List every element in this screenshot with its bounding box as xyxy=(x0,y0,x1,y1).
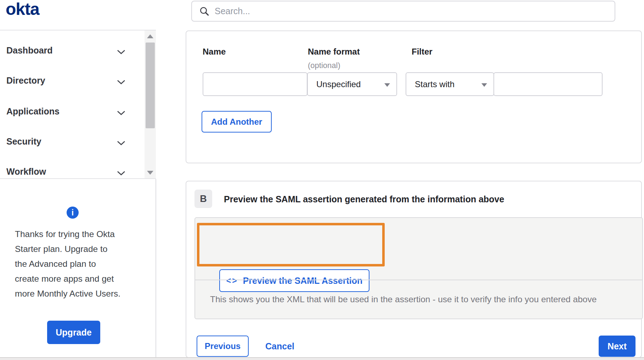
preview-note: This shows you the XML that will be used… xyxy=(210,294,597,304)
filter-condition-value: Starts with xyxy=(415,79,454,89)
preview-saml-assertion-button[interactable]: <> Preview the SAML Assertion xyxy=(219,269,369,292)
filter-value-input[interactable] xyxy=(493,72,603,96)
next-button[interactable]: Next xyxy=(599,336,635,357)
sidebar-item-label: Dashboard xyxy=(6,45,53,56)
preview-saml-card: B Preview the SAML assertion generated f… xyxy=(186,181,642,358)
preview-button-label: Preview the SAML Assertion xyxy=(243,276,363,286)
add-another-button[interactable]: Add Another xyxy=(202,111,272,133)
chevron-down-icon xyxy=(117,141,125,147)
chevron-down-icon xyxy=(117,171,125,177)
name-format-select[interactable]: Unspecified xyxy=(307,72,397,96)
search-box[interactable] xyxy=(191,1,615,22)
sidebar-nav: Dashboard Directory Applications Securit… xyxy=(0,30,156,179)
sidebar-item-label: Applications xyxy=(6,106,60,117)
step-b-badge: B xyxy=(194,190,212,208)
upgrade-button[interactable]: Upgrade xyxy=(47,321,100,344)
sidebar-item-label: Workflow xyxy=(6,167,46,177)
sidebar-item-security[interactable]: Security xyxy=(0,133,143,153)
sidebar-item-label: Directory xyxy=(6,75,45,86)
name-label: Name xyxy=(203,47,226,57)
panel-divider xyxy=(195,280,642,280)
filter-label: Filter xyxy=(412,47,433,57)
name-format-label: Name format xyxy=(308,47,360,57)
window-bottom-edge xyxy=(0,357,644,360)
sidebar-scrollbar[interactable] xyxy=(145,30,156,178)
sidebar-item-dashboard[interactable]: Dashboard xyxy=(0,42,143,62)
filter-condition-select[interactable]: Starts with xyxy=(406,72,494,96)
previous-button[interactable]: Previous xyxy=(197,336,249,357)
chevron-down-icon xyxy=(117,111,125,117)
optional-label: (optional) xyxy=(308,61,340,70)
sidebar-item-applications[interactable]: Applications xyxy=(0,103,143,123)
cancel-link[interactable]: Cancel xyxy=(265,336,294,357)
info-icon: i xyxy=(67,207,79,219)
sidebar-divider xyxy=(156,179,156,358)
name-format-value: Unspecified xyxy=(316,79,361,89)
search-input[interactable] xyxy=(210,1,615,21)
sidebar-item-directory[interactable]: Directory xyxy=(0,72,143,92)
okta-logo[interactable]: okta xyxy=(6,0,39,19)
scrollbar-thumb[interactable] xyxy=(146,43,155,128)
chevron-down-icon xyxy=(384,83,390,87)
attribute-name-input[interactable] xyxy=(203,72,307,96)
chevron-down-icon xyxy=(117,80,125,86)
chevron-down-icon xyxy=(117,50,125,56)
sidebar-item-workflow[interactable]: Workflow xyxy=(0,163,143,183)
top-bar: okta xyxy=(0,0,644,30)
preview-panel: <> Preview the SAML Assertion This shows… xyxy=(194,217,643,319)
chevron-down-icon xyxy=(481,83,487,87)
code-icon: <> xyxy=(226,276,238,286)
trial-message: Thanks for trying the Okta Starter plan.… xyxy=(15,227,135,301)
preview-section-title: Preview the SAML assertion generated fro… xyxy=(224,194,504,204)
scroll-up-arrow[interactable] xyxy=(145,31,156,41)
sidebar-item-label: Security xyxy=(6,136,41,147)
attribute-statements-card: Name Name format (optional) Filter Unspe… xyxy=(186,30,642,163)
scroll-down-arrow[interactable] xyxy=(145,168,156,178)
search-icon xyxy=(199,6,210,17)
